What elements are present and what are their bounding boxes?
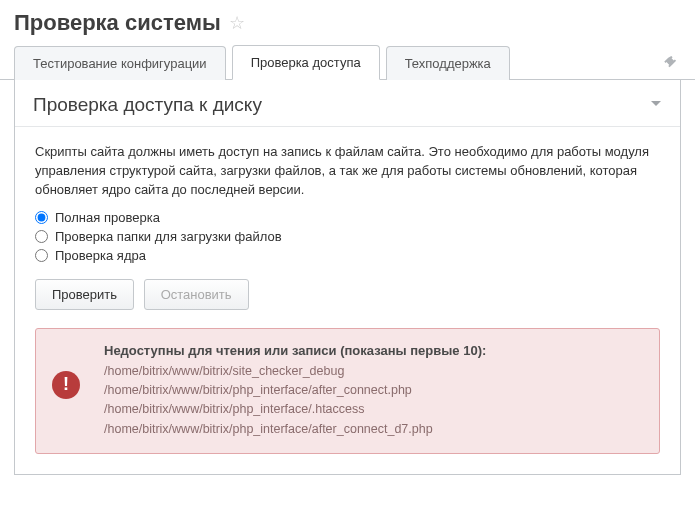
radio-full-check-input[interactable] bbox=[35, 211, 48, 224]
tab-access-check[interactable]: Проверка доступа bbox=[232, 45, 380, 80]
page-title: Проверка системы bbox=[14, 10, 221, 36]
radio-core-check[interactable]: Проверка ядра bbox=[35, 246, 660, 265]
radio-upload-folder[interactable]: Проверка папки для загрузки файлов bbox=[35, 227, 660, 246]
radio-upload-folder-input[interactable] bbox=[35, 230, 48, 243]
error-title: Недоступны для чтения или записи (показа… bbox=[104, 343, 643, 358]
stop-button[interactable]: Остановить bbox=[144, 279, 249, 310]
error-icon: ! bbox=[52, 371, 80, 399]
radio-core-check-label: Проверка ядра bbox=[55, 248, 146, 263]
error-content: Недоступны для чтения или записи (показа… bbox=[96, 343, 643, 440]
description-text: Скрипты сайта должны иметь доступ на зап… bbox=[35, 143, 660, 200]
tab-config-test[interactable]: Тестирование конфигурации bbox=[14, 46, 226, 80]
radio-upload-folder-label: Проверка папки для загрузки файлов bbox=[55, 229, 282, 244]
error-file-line: /home/bitrix/www/bitrix/php_interface/af… bbox=[104, 420, 643, 439]
panel-body: Скрипты сайта должны иметь доступ на зап… bbox=[15, 127, 680, 474]
error-file-list: /home/bitrix/www/bitrix/site_checker_deb… bbox=[104, 362, 643, 440]
pin-icon[interactable] bbox=[659, 49, 681, 79]
error-file-line: /home/bitrix/www/bitrix/php_interface/.h… bbox=[104, 400, 643, 419]
favorite-star-icon[interactable]: ☆ bbox=[229, 12, 245, 34]
panel-title: Проверка доступа к диску bbox=[33, 94, 262, 116]
panel-header: Проверка доступа к диску bbox=[15, 80, 680, 127]
radio-core-check-input[interactable] bbox=[35, 249, 48, 262]
error-file-line: /home/bitrix/www/bitrix/site_checker_deb… bbox=[104, 362, 643, 381]
tab-support[interactable]: Техподдержка bbox=[386, 46, 510, 80]
check-mode-radio-group: Полная проверка Проверка папки для загру… bbox=[35, 208, 660, 265]
main-panel: Проверка доступа к диску Скрипты сайта д… bbox=[14, 80, 681, 475]
error-box: ! Недоступны для чтения или записи (пока… bbox=[35, 328, 660, 455]
error-icon-wrap: ! bbox=[52, 343, 96, 399]
radio-full-check[interactable]: Полная проверка bbox=[35, 208, 660, 227]
radio-full-check-label: Полная проверка bbox=[55, 210, 160, 225]
collapse-icon[interactable] bbox=[650, 98, 662, 113]
error-file-line: /home/bitrix/www/bitrix/php_interface/af… bbox=[104, 381, 643, 400]
check-button[interactable]: Проверить bbox=[35, 279, 134, 310]
actions: Проверить Остановить bbox=[35, 279, 660, 310]
tabs-bar: Тестирование конфигурации Проверка досту… bbox=[0, 44, 695, 80]
